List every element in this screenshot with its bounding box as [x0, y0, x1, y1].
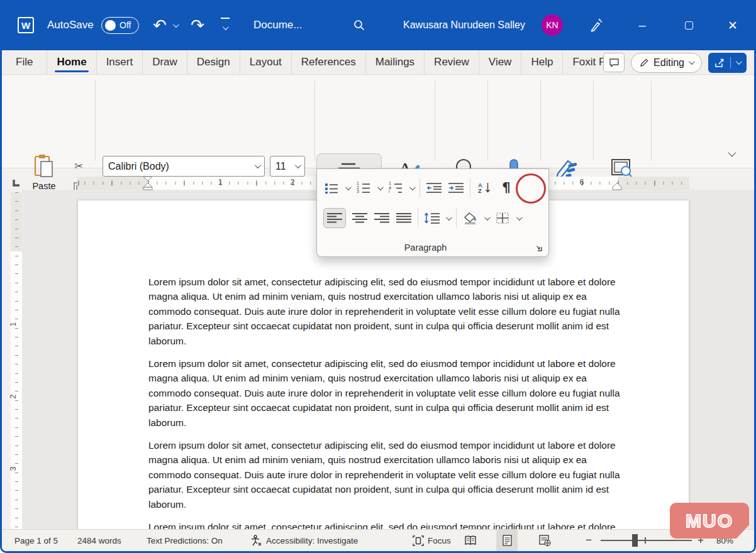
read-mode-button[interactable] — [460, 530, 481, 551]
hanging-indent-marker[interactable] — [143, 182, 153, 190]
align-left-button[interactable] — [323, 208, 346, 228]
accessibility-status[interactable]: Accessibility: Investigate — [250, 530, 358, 551]
tab-home[interactable]: Home — [47, 50, 96, 74]
borders-chevron[interactable] — [516, 214, 523, 221]
zoom-out-button[interactable]: − — [586, 530, 592, 551]
search-icon[interactable] — [353, 0, 365, 50]
user-name[interactable]: Kawusara Nurudeen Salley — [403, 0, 525, 50]
font-name-combobox[interactable]: Calibri (Body) — [103, 156, 265, 177]
align-right-icon — [374, 212, 390, 224]
avatar-initials: KN — [542, 14, 563, 36]
tab-design[interactable]: Design — [187, 50, 240, 74]
line-spacing-chevron[interactable] — [446, 214, 452, 221]
align-center-button[interactable] — [352, 208, 368, 228]
page-indicator[interactable]: Page 1 of 5 — [14, 530, 58, 551]
multilevel-lines — [394, 182, 403, 194]
paragraph-4[interactable]: Lorem ipsum dolor sit amet, consectetur … — [148, 520, 620, 529]
tab-help[interactable]: Help — [521, 50, 563, 74]
paragraph-dialog-launcher[interactable] — [535, 244, 542, 251]
shading-chevron[interactable] — [484, 214, 491, 221]
share-dropdown-chevron[interactable] — [736, 58, 742, 65]
decrease-indent-icon — [426, 182, 442, 194]
word-count[interactable]: 2484 words — [77, 530, 121, 551]
autosave-toggle[interactable]: Off — [101, 0, 139, 50]
editing-mode-label: Editing — [653, 57, 684, 68]
paragraph-3[interactable]: Lorem ipsum dolor sit amet, consectetur … — [148, 438, 620, 512]
bullets-button[interactable] — [323, 178, 340, 198]
multilevel-chevron[interactable] — [409, 184, 416, 190]
ribbon-tab-bar: File Home Insert Draw Design Layout Refe… — [2, 50, 754, 75]
decrease-indent-button[interactable] — [426, 178, 442, 198]
document-title[interactable]: Docume... — [253, 0, 302, 50]
zoom-slider-thumb[interactable] — [632, 534, 638, 547]
annotation-red-circle — [516, 173, 546, 204]
pencil-icon — [640, 58, 649, 67]
redo-button[interactable]: ↷ — [191, 0, 204, 50]
tab-insert[interactable]: Insert — [97, 50, 143, 74]
zoom-slider-track[interactable] — [601, 540, 692, 541]
line-spacing-button[interactable] — [424, 208, 440, 228]
align-right-button[interactable] — [374, 208, 390, 228]
collapse-ribbon-chevron[interactable] — [728, 148, 734, 159]
undo-dropdown-chevron[interactable] — [173, 0, 177, 50]
focus-button[interactable]: Focus — [413, 530, 451, 551]
cut-button[interactable]: ✂ — [71, 158, 86, 173]
increase-indent-button[interactable] — [448, 178, 464, 198]
undo-button[interactable]: ↶ — [153, 0, 167, 50]
tab-mailings[interactable]: Mailings — [366, 50, 425, 74]
tab-layout[interactable]: Layout — [240, 50, 292, 74]
right-indent-marker[interactable] — [612, 182, 622, 190]
zoom-slider-notch — [645, 537, 646, 544]
document-text[interactable]: Lorem ipsum dolor sit amet, consectetur … — [148, 275, 620, 529]
sort-arrow — [485, 182, 491, 194]
tab-file[interactable]: File — [2, 50, 47, 74]
paragraph-flyout: 1 2 3 1 a i AZ — [316, 168, 549, 257]
autosave-state: Off — [120, 20, 131, 30]
ruler-number: 2 — [288, 178, 297, 187]
tab-draw[interactable]: Draw — [143, 50, 187, 74]
first-line-indent-marker[interactable] — [143, 176, 153, 182]
text-predictions-status[interactable]: Text Predictions: On — [147, 530, 223, 551]
tab-view[interactable]: View — [479, 50, 522, 74]
status-bar: Page 1 of 5 2484 words Text Predictions:… — [2, 529, 754, 551]
tab-stop-icon — [11, 177, 22, 189]
avatar[interactable]: KN — [542, 0, 563, 50]
paragraph-2[interactable]: Lorem ipsum dolor sit amet, consectetur … — [148, 356, 620, 430]
share-icon — [714, 58, 725, 68]
share-button[interactable] — [708, 53, 747, 73]
font-size-value: 11 — [275, 161, 286, 172]
multilevel-list-button[interactable]: 1 a i — [387, 178, 404, 198]
numbering-chevron[interactable] — [377, 184, 384, 190]
minimize-button[interactable]: – — [630, 0, 655, 50]
editing-mode-dropdown[interactable]: Editing — [631, 53, 702, 73]
sort-button[interactable]: AZ — [476, 178, 492, 198]
word-app-icon[interactable]: W — [18, 0, 36, 50]
tab-stop-selector[interactable] — [11, 177, 22, 189]
close-button[interactable]: ✕ — [720, 0, 745, 50]
bullets-chevron[interactable] — [345, 184, 352, 190]
print-layout-button[interactable] — [496, 530, 518, 551]
ribbon: Paste ✂ Clipboard Calibri (Body) — [2, 75, 754, 168]
web-layout-button[interactable] — [534, 530, 555, 551]
justify-button[interactable] — [396, 208, 412, 228]
comments-button[interactable] — [603, 53, 625, 72]
pilcrow-icon: ¶ — [502, 180, 510, 195]
bullet-list-icon — [325, 182, 338, 194]
maximize-button[interactable] — [676, 0, 701, 50]
borders-icon — [496, 212, 509, 224]
paragraph-1[interactable]: Lorem ipsum dolor sit amet, consectetur … — [148, 275, 620, 348]
ruler-number: 1 — [9, 322, 18, 327]
borders-button[interactable] — [494, 208, 511, 228]
numbering-button[interactable]: 1 2 3 — [355, 178, 372, 198]
tab-review[interactable]: Review — [425, 50, 479, 74]
multilevel-icon: 1 a i — [389, 182, 391, 194]
show-hide-marks-button[interactable]: ¶ — [498, 178, 514, 198]
title-bar: W AutoSave Off ↶ ↷ Docume... Kawusara Nu… — [2, 0, 754, 50]
justify-icon — [396, 212, 412, 224]
font-size-combobox[interactable]: 11 — [270, 156, 305, 177]
quick-access-overflow-icon[interactable] — [221, 0, 230, 50]
tab-references[interactable]: References — [292, 50, 366, 74]
sparkle-pen-icon[interactable] — [588, 0, 603, 50]
shading-button[interactable] — [462, 208, 479, 228]
vertical-ruler[interactable]: 1 2 3 — [11, 192, 22, 531]
